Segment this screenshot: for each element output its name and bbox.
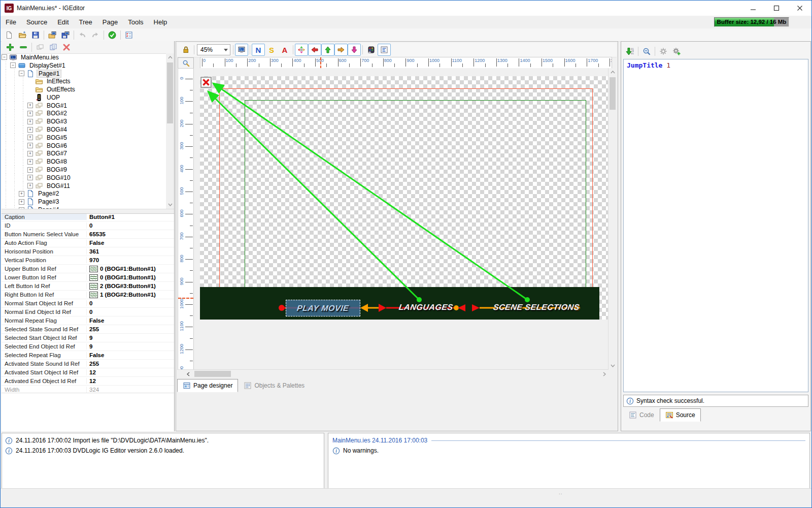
property-row-right-button-id-ref[interactable]: Right Button Id Ref1 (BOG#2:Button#1) [2, 291, 174, 299]
canvas-vertical-scrollbar[interactable] [608, 68, 617, 370]
settings-button[interactable] [657, 45, 670, 57]
scroll-right-icon[interactable] [600, 370, 608, 378]
property-row-selected-start-object-id-ref[interactable]: Selected Start Object Id Ref9 [2, 334, 174, 342]
ruler-zoom-button[interactable] [178, 57, 194, 69]
scroll-up-icon[interactable] [608, 68, 617, 76]
close-button[interactable] [788, 1, 811, 16]
button-scene-selections[interactable]: SCENE SELECTIONS [493, 303, 580, 312]
property-row-normal-repeat-flag[interactable]: Normal Repeat FlagFalse [2, 316, 174, 325]
property-row-lower-button-id-ref[interactable]: Lower Button Id Ref0 (BOG#1:Button#1) [2, 273, 174, 282]
tree-node-bog-3[interactable]: +BOG#3 [2, 117, 166, 125]
property-row-vertical-position[interactable]: Vertical Position970 [2, 256, 174, 265]
button-languages[interactable]: LANGUAGES [398, 303, 454, 312]
collapse-icon[interactable]: − [19, 71, 24, 76]
maximize-button[interactable] [765, 1, 788, 16]
lock-button[interactable] [179, 44, 192, 56]
properties-button[interactable] [378, 44, 391, 56]
check-button[interactable] [106, 29, 119, 41]
property-row-button-numeric-select-value[interactable]: Button Numeric Select Value65535 [2, 230, 174, 239]
new-file-button[interactable] [3, 29, 16, 41]
tree-node-bog-6[interactable]: +BOG#6 [2, 142, 166, 150]
menu-help[interactable]: Help [149, 16, 173, 28]
redo-button[interactable] [89, 29, 102, 41]
collapse-icon[interactable]: − [2, 54, 7, 60]
palette-button[interactable] [364, 44, 378, 56]
expand-icon[interactable]: + [27, 175, 33, 180]
clone-node-button[interactable] [33, 41, 47, 53]
tree-node-mainmenu-ies[interactable]: −MainMenu.ies [2, 53, 166, 61]
property-row-upper-button-id-ref[interactable]: Upper Button Id Ref0 (BOG#1:Button#1) [2, 265, 174, 273]
expand-icon[interactable]: + [27, 103, 33, 108]
expand-icon[interactable]: + [27, 127, 33, 133]
remove-node-button[interactable] [17, 41, 30, 53]
add-node-button[interactable] [4, 41, 17, 53]
tree-node-bog-11[interactable]: +BOG#11 [2, 182, 166, 190]
zoom-out-button[interactable] [640, 45, 653, 57]
scroll-left-icon[interactable] [184, 370, 192, 378]
tree-node-page-1[interactable]: −Page#1 [2, 70, 166, 78]
delete-node-button[interactable] [60, 41, 73, 53]
activated-state-button[interactable]: A [278, 44, 291, 56]
menu-file[interactable]: File [1, 16, 21, 28]
tree-node-displayset-1[interactable]: −DisplaySet#1 [2, 61, 166, 70]
tree-node-outeffects[interactable]: OutEffects [2, 85, 166, 93]
save-file-button[interactable] [29, 29, 42, 41]
menu-tree[interactable]: Tree [74, 16, 97, 28]
scroll-up-icon[interactable] [166, 53, 174, 61]
property-row-activated-end-object-id-ref[interactable]: Activated End Object Id Ref12 [2, 377, 174, 386]
tree-node-page-3[interactable]: +Page#3 [2, 198, 166, 206]
menu-source[interactable]: Source [21, 16, 52, 28]
property-row-caption[interactable]: CaptionButton#1 [2, 213, 174, 221]
tree-scroll-thumb[interactable] [167, 62, 173, 123]
link-right-button[interactable] [334, 44, 348, 56]
tree-node-bog-1[interactable]: +BOG#1 [2, 102, 166, 110]
selected-button-play-movie[interactable]: PLAY MOVIE [286, 300, 360, 316]
scroll-down-icon[interactable] [166, 201, 174, 209]
tab-code[interactable]: Code [623, 408, 660, 422]
open-file-button[interactable] [16, 29, 29, 41]
tab-objects-palettes[interactable]: Objects & Palettes [238, 379, 310, 392]
property-row-selected-end-object-id-ref[interactable]: Selected End Object Id Ref9 [2, 342, 174, 351]
tree-node-ineffects[interactable]: InEffects [2, 77, 166, 85]
expand-icon[interactable]: + [19, 199, 24, 205]
tree-node-bog-10[interactable]: +BOG#10 [2, 174, 166, 182]
canvas-vscroll-thumb[interactable] [610, 77, 616, 110]
move-mode-button[interactable] [295, 44, 308, 56]
property-row-id[interactable]: ID0 [2, 221, 174, 230]
tree-node-bog-4[interactable]: +BOG#4 [2, 125, 166, 134]
normal-state-button[interactable]: N [252, 44, 265, 56]
link-down-button[interactable] [348, 44, 361, 56]
preview-button[interactable] [235, 44, 248, 56]
property-row-left-button-id-ref[interactable]: Left Button Id Ref2 (BOG#3:Button#1) [2, 282, 174, 291]
settings-add-button[interactable] [670, 45, 683, 57]
menu-page[interactable]: Page [97, 16, 123, 28]
import-source-button[interactable]: 011001 [623, 45, 636, 57]
tree-node-page-2[interactable]: +Page#2 [2, 190, 166, 198]
property-row-normal-start-object-id-ref[interactable]: Normal Start Object Id Ref0 [2, 299, 174, 308]
canvas-hscroll-thumb[interactable] [194, 371, 231, 377]
page-canvas[interactable]: PLAY MOVIE LANGUAGES SCENE SELECTIONS [200, 76, 608, 320]
expand-icon[interactable]: + [27, 111, 33, 116]
splitter-grip[interactable]: .. [559, 490, 563, 495]
expand-icon[interactable]: + [27, 151, 33, 156]
property-row-normal-end-object-id-ref[interactable]: Normal End Object Id Ref0 [2, 308, 174, 316]
tree-node-bog-9[interactable]: +BOG#9 [2, 166, 166, 174]
link-up-button[interactable] [321, 44, 334, 56]
tree-node-bog-8[interactable]: +BOG#8 [2, 157, 166, 166]
expand-icon[interactable]: + [27, 135, 33, 140]
property-row-selected-state-sound-id-ref[interactable]: Selected State Sound Id Ref255 [2, 325, 174, 334]
tab-page-designer[interactable]: Page designer [177, 379, 238, 392]
menu-edit[interactable]: Edit [52, 16, 74, 28]
link-left-button[interactable] [308, 44, 321, 56]
minimize-button[interactable] [741, 1, 765, 16]
zoom-select[interactable]: 45% [197, 44, 230, 55]
tree-node-bog-2[interactable]: +BOG#2 [2, 110, 166, 118]
import-ies-button[interactable] [46, 29, 59, 41]
options-button[interactable] [122, 29, 136, 41]
undo-button[interactable] [76, 29, 89, 41]
property-row-horisontal-position[interactable]: Horisontal Position361 [2, 247, 174, 256]
property-row-auto-action-flag[interactable]: Auto Action FlagFalse [2, 239, 174, 247]
tree-node-bog-7[interactable]: +BOG#7 [2, 150, 166, 158]
scroll-down-icon[interactable] [608, 362, 617, 370]
expand-icon[interactable]: + [27, 183, 33, 188]
